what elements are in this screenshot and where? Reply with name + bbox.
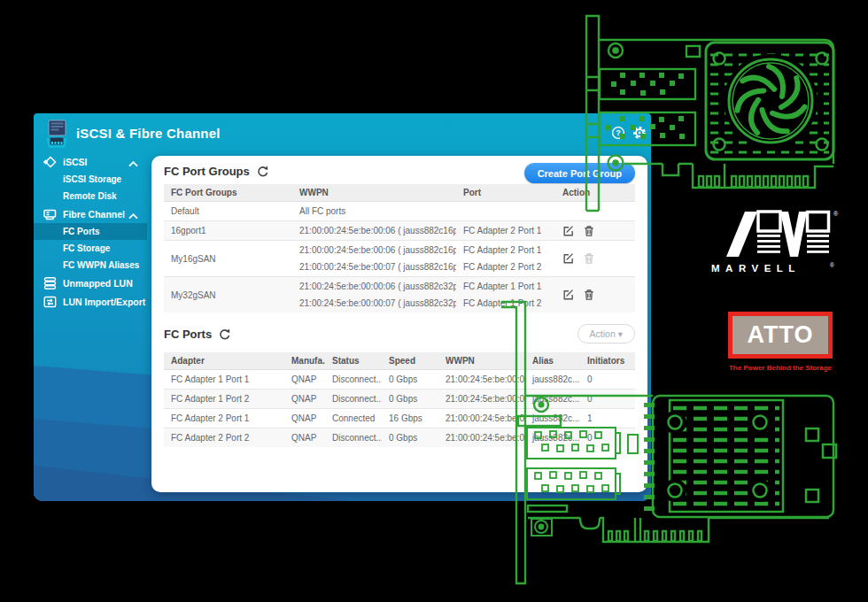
bottom-card-pcie-edge — [528, 518, 829, 542]
sidebar-nav: iSCSIiSCSI StorageRemote DiskFibre Chann… — [34, 152, 147, 501]
fc-port-cell: QNAP — [284, 428, 325, 448]
fc-port-cell: Disconnect... — [325, 390, 382, 409]
sidebar-item-label: FC Ports — [63, 227, 100, 236]
sidebar-item-lun-import-export[interactable]: LUN Import/Export — [34, 292, 147, 311]
column-header: WWPN — [292, 184, 456, 202]
fc-port-cell: QNAP — [284, 370, 325, 390]
sfp-cage — [600, 69, 695, 99]
wwpn-cell: All FC ports — [292, 202, 456, 221]
column-header: WWPN — [438, 352, 525, 370]
atto-logo-frame: ATTO — [728, 312, 833, 359]
fc-port-cell: 0 Gbps — [382, 428, 438, 448]
fan-housing — [706, 42, 833, 159]
sidebar-item-fc-ports[interactable]: FC Ports — [34, 223, 147, 240]
column-header: Alias — [525, 352, 580, 370]
marvell-reg-mark: ® — [833, 211, 839, 217]
fc-ports-table: AdapterManufa...StatusSpeedWWPNAliasInit… — [164, 352, 635, 447]
sidebar-item-fc-wwpn-aliases[interactable]: FC WWPN Aliases — [34, 257, 147, 274]
fan-blades — [734, 66, 805, 137]
group-name-cell: My32gSAN — [164, 277, 292, 313]
sidebar-item-label: FC Storage — [63, 243, 110, 253]
column-header: FC Port Groups — [164, 184, 292, 202]
pcie-pins-bottom — [608, 531, 701, 541]
fc-port-row[interactable]: FC Adapter 1 Port 2QNAPDisconnect...0 Gb… — [164, 390, 635, 409]
settings-gear-icon[interactable] — [632, 126, 647, 140]
port-groups-section-header: FC Port Groups — [164, 165, 269, 178]
fc-port-cell: FC Adapter 1 Port 1 — [164, 370, 284, 390]
column-header: Speed — [382, 352, 438, 370]
window-titlebar: iSCSI & Fibre Channel ? — [34, 113, 651, 152]
edit-icon[interactable] — [562, 252, 575, 265]
fc-port-groups-table: FC Port GroupsWWPNPortAction DefaultAll … — [164, 184, 635, 313]
create-port-group-button[interactable]: Create Port Group — [524, 163, 635, 183]
delete-icon — [583, 252, 595, 265]
bottom-card-outline — [653, 396, 833, 517]
wwpn-cell: 21:00:00:24:5e:be:00:06 ( jauss882c16p1 … — [292, 221, 456, 241]
column-header: Manufa... — [284, 352, 325, 370]
port-cell — [456, 202, 555, 221]
sidebar-item-unmapped-lun[interactable]: Unmapped LUN — [34, 274, 147, 292]
port-group-row[interactable]: My32gSAN21:00:24:5e:be:00:00:06 ( jauss8… — [164, 277, 635, 313]
fan-ring — [729, 59, 812, 143]
port-group-row[interactable]: DefaultAll FC ports — [164, 202, 635, 221]
sidebar-item-fibre-channel[interactable]: Fibre Channel — [34, 205, 147, 223]
fc-port-row[interactable]: FC Adapter 1 Port 1QNAPDisconnect...0 Gb… — [164, 370, 635, 390]
marvell-logo: ® MARVELL ® — [709, 205, 841, 278]
sidebar-item-label: Remote Disk — [63, 191, 117, 201]
atto-logo: ATTO The Power Behind the Storage — [728, 312, 834, 372]
sidebar-item-fc-storage[interactable]: FC Storage — [34, 240, 147, 257]
port-cell: FC Adapter 2 Port 1 — [456, 221, 555, 241]
unmapped-lun-icon — [43, 277, 57, 289]
port-cell: FC Adapter 1 Port 1FC Adapter 1 Port 2 — [456, 277, 555, 313]
sidebar-item-iscsi-storage[interactable]: iSCSI Storage — [34, 171, 147, 188]
chevron-up-icon[interactable] — [128, 211, 138, 217]
group-name-cell: My16gSAN — [164, 241, 292, 277]
chevron-up-icon[interactable] — [128, 158, 138, 165]
edit-icon[interactable] — [562, 289, 575, 301]
refresh-icon[interactable] — [256, 165, 269, 178]
pcie-pins-top — [699, 176, 808, 187]
column-header: Port — [456, 184, 555, 202]
fc-port-cell: Disconnect... — [325, 370, 382, 390]
fc-port-cell: jauss882c... — [525, 370, 580, 390]
panel-dashes — [673, 408, 779, 504]
fc-port-row[interactable]: FC Adapter 2 Port 1QNAPConnected16 Gbps2… — [164, 409, 635, 428]
fc-port-cell: FC Adapter 2 Port 1 — [164, 409, 284, 428]
sidebar-item-label: FC WWPN Aliases — [63, 260, 139, 270]
atto-tagline: The Power Behind the Storage — [728, 364, 833, 372]
fc-port-cell: 21:00:24:5e:be:00:00... — [438, 390, 525, 409]
fc-port-cell: jauss882c... — [525, 390, 580, 409]
wwpn-cell: 21:00:24:5e:be:00:00:06 ( jauss882c32p1 … — [292, 277, 456, 313]
fc-port-cell: QNAP — [284, 390, 325, 409]
fc-ports-section-header: FC Ports — [164, 328, 231, 341]
sidebar-item-label: LUN Import/Export — [63, 297, 145, 307]
window-title: iSCSI & Fibre Channel — [76, 126, 221, 141]
fc-ports-action-button[interactable]: Action ▾ — [577, 324, 635, 343]
sidebar-item-label: iSCSI Storage — [63, 174, 121, 184]
fibre-channel-icon — [43, 208, 57, 220]
port-group-row[interactable]: 16gport121:00:00:24:5e:be:00:06 ( jauss8… — [164, 221, 635, 241]
sidebar-item-iscsi[interactable]: iSCSI — [34, 152, 147, 171]
port-group-row[interactable]: My16gSAN21:00:00:24:5e:be:00:06 ( jauss8… — [164, 241, 635, 277]
fc-port-cell: 21:00:24:5e:be:00:00... — [438, 370, 525, 390]
fc-port-cell: FC Adapter 2 Port 2 — [164, 428, 284, 448]
refresh-icon[interactable] — [218, 328, 231, 341]
fc-port-cell: 21:00:00:24:5e:be:00... — [438, 409, 525, 428]
fc-port-cell: Disconnect... — [325, 428, 382, 448]
content-panel: FC Port Groups Create Port Group FC Port… — [151, 156, 647, 492]
fc-port-cell: 1 — [580, 409, 635, 428]
fc-port-row[interactable]: FC Adapter 2 Port 2QNAPDisconnect...0 Gb… — [164, 428, 635, 448]
action-cell — [555, 277, 635, 313]
iscsi-fc-window: iSCSI & Fibre Channel ? iSCSIiSCSI Stora… — [34, 113, 651, 501]
column-header: Action — [555, 184, 635, 202]
fc-port-cell: 0 — [580, 370, 635, 390]
edit-icon[interactable] — [562, 225, 575, 237]
column-header: Initiators — [580, 352, 635, 370]
column-header: Status — [325, 352, 382, 370]
help-icon[interactable]: ? — [611, 126, 625, 140]
fc-port-cell: Connected — [325, 409, 382, 428]
delete-icon[interactable] — [583, 225, 595, 237]
delete-icon[interactable] — [583, 289, 595, 301]
svg-text:®: ® — [830, 262, 834, 268]
sidebar-item-remote-disk[interactable]: Remote Disk — [34, 188, 147, 205]
